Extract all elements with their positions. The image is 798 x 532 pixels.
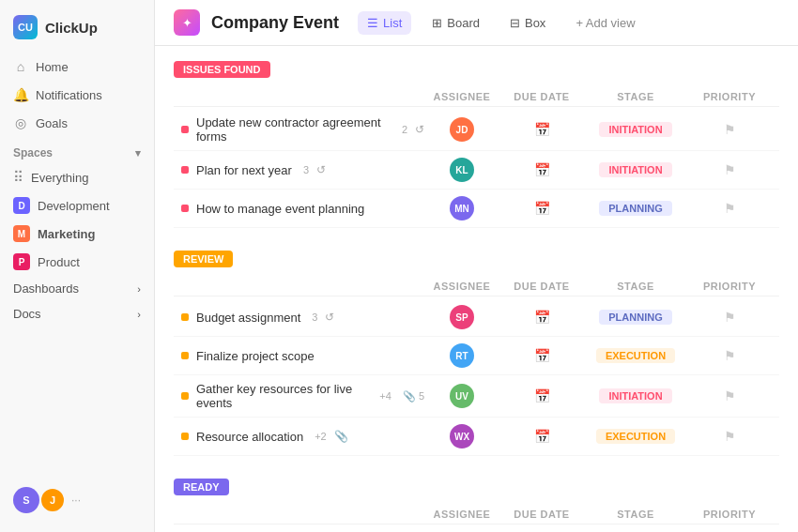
sidebar-item-docs[interactable]: Docs › (0, 301, 154, 327)
task-label: Update new contractor agreement forms (196, 115, 391, 144)
add-view-button[interactable]: + Add view (566, 11, 644, 35)
tab-box[interactable]: ⊟ Box (500, 11, 555, 35)
col-stage-header-0: STAGE (584, 91, 687, 102)
assignee-col: RT (424, 343, 499, 368)
sidebar-item-product[interactable]: P Product (0, 248, 154, 276)
avatar: UV (450, 384, 474, 408)
table-row[interactable]: Budget assignment 3 ↺ SP 📅 PLANNING ⚑ (174, 298, 779, 337)
refresh-icon: ↺ (325, 311, 334, 324)
user-more-icon: ··· (71, 494, 81, 507)
task-count: +4 (379, 390, 391, 402)
sidebar-item-goals-label: Goals (36, 116, 68, 130)
col-duedate-header-0: DUE DATE (499, 91, 584, 102)
stage-col[interactable]: PLANNING (584, 310, 687, 325)
duedate-col[interactable]: 📅 (499, 429, 584, 444)
task-dot-icon (181, 205, 189, 212)
table-row[interactable]: Update new contractor agreement forms 2 … (174, 109, 779, 151)
col-assignee-header-0: ASSIGNEE (424, 91, 499, 102)
sidebar-item-everything[interactable]: ⠿ Everything (0, 163, 154, 191)
stage-col[interactable]: EXECUTION (584, 429, 687, 444)
task-label: Plan for next year (196, 163, 292, 177)
sidebar-item-product-label: Product (38, 255, 80, 269)
duedate-col[interactable]: 📅 (499, 201, 584, 216)
stage-col[interactable]: PLANNING (584, 201, 687, 216)
duedate-col[interactable]: 📅 (499, 388, 584, 403)
table-row[interactable]: Plan for next year 3 ↺ KL 📅 INITIATION ⚑ (174, 151, 779, 190)
stage-badge: PLANNING (599, 310, 671, 325)
sidebar-item-home[interactable]: ⌂ Home (0, 53, 154, 81)
tab-list[interactable]: ☰ List (358, 11, 411, 35)
priority-col[interactable]: ⚑ (687, 122, 772, 137)
stage-col[interactable]: EXECUTION (584, 348, 687, 363)
section-review-header: REVIEW (174, 251, 779, 267)
priority-col[interactable]: ⚑ (687, 348, 772, 363)
duedate-col[interactable]: 📅 (499, 162, 584, 177)
table-row[interactable]: Resource allocation +2 📎 WX 📅 EXECUTION … (174, 418, 779, 456)
tab-board-label: Board (447, 16, 480, 30)
duedate-col[interactable]: 📅 (499, 122, 584, 137)
attachment-icon: 📎 (403, 390, 416, 403)
user-avatar-primary[interactable]: S (13, 487, 39, 513)
priority-col[interactable]: ⚑ (687, 388, 772, 403)
task-count: 3 (303, 164, 309, 175)
spaces-chevron-icon: ▾ (135, 147, 141, 160)
calendar-icon: 📅 (534, 122, 550, 137)
sidebar-item-goals[interactable]: ◎ Goals (0, 109, 154, 137)
priority-col[interactable]: ⚑ (687, 310, 772, 325)
stage-col[interactable]: INITIATION (584, 162, 687, 177)
task-name: Update new contractor agreement forms 2 … (181, 115, 424, 144)
sidebar-item-development[interactable]: D Development (0, 191, 154, 220)
flag-icon: ⚑ (724, 310, 736, 325)
calendar-icon: 📅 (534, 429, 550, 444)
docs-chevron-icon: › (137, 309, 141, 320)
logo: CU ClickUp (0, 9, 154, 53)
stage-col[interactable]: INITIATION (584, 388, 687, 403)
stage-col[interactable]: INITIATION (584, 122, 687, 137)
priority-col[interactable]: ⚑ (687, 429, 772, 444)
flag-icon: ⚑ (724, 201, 736, 216)
table-row[interactable]: Gather key resources for live events +4 … (174, 375, 779, 418)
user-footer: S J ··· (0, 478, 154, 523)
duedate-col[interactable]: 📅 (499, 348, 584, 363)
box-icon: ⊟ (510, 16, 520, 30)
avatar: WX (450, 424, 474, 448)
priority-col[interactable]: ⚑ (687, 162, 772, 177)
stage-badge: INITIATION (599, 162, 671, 177)
refresh-icon: ↺ (316, 163, 326, 176)
flag-icon: ⚑ (724, 162, 736, 177)
ready-table-header: ASSIGNEE DUE DATE STAGE PRIORITY (174, 505, 779, 524)
task-count: +2 (315, 431, 327, 442)
marketing-badge: M (13, 225, 30, 242)
tab-board[interactable]: ⊞ Board (422, 11, 489, 35)
col-priority-header-2: PRIORITY (687, 509, 772, 520)
task-dot-icon (181, 313, 189, 321)
sidebar-item-notifications[interactable]: 🔔 Notifications (0, 81, 154, 109)
stage-badge: INITIATION (599, 122, 671, 137)
section-ready-header: READY (174, 479, 779, 495)
assignee-col: SP (424, 305, 499, 329)
dashboards-label: Dashboards (13, 281, 79, 296)
task-dot-icon (181, 352, 189, 359)
table-row[interactable]: Finalize project scope RT 📅 EXECUTION ⚑ (174, 337, 779, 375)
sidebar-item-marketing[interactable]: M Marketing (0, 220, 154, 248)
col-duedate-header-1: DUE DATE (499, 281, 584, 292)
everything-icon: ⠿ (13, 169, 23, 186)
priority-col[interactable]: ⚑ (687, 201, 772, 216)
avatar: MN (450, 196, 474, 220)
sidebar-item-dashboards[interactable]: Dashboards › (0, 276, 154, 301)
issues-badge: ISSUES FOUND (174, 61, 270, 78)
assignee-col: JD (424, 117, 499, 142)
table-row[interactable]: New contractor agreement AB 📅 PLANNING ⚑ (174, 526, 779, 532)
paperclip-icon: 📎 (334, 430, 348, 443)
user-avatar-secondary[interactable]: J (39, 487, 66, 513)
review-table-header: ASSIGNEE DUE DATE STAGE PRIORITY (174, 277, 779, 296)
stage-badge: INITIATION (599, 388, 671, 403)
duedate-col[interactable]: 📅 (499, 310, 584, 325)
task-dot-icon (181, 433, 189, 440)
tab-box-label: Box (525, 16, 545, 30)
task-dot-icon (181, 166, 189, 174)
task-label: Gather key resources for live events (196, 382, 368, 410)
sidebar-item-home-label: Home (36, 60, 69, 74)
table-row[interactable]: How to manage event planning MN 📅 PLANNI… (174, 190, 779, 228)
section-ready: READY ASSIGNEE DUE DATE STAGE PRIORITY N… (174, 479, 779, 532)
